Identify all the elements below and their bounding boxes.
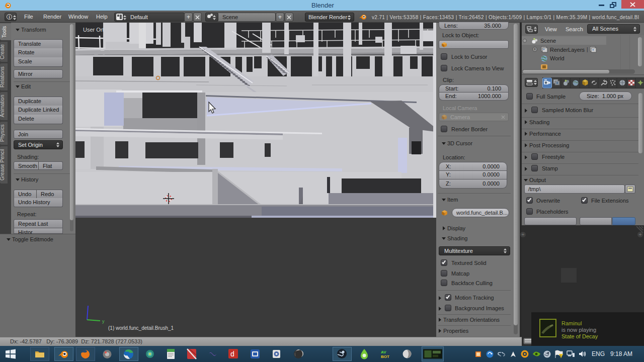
- svg-text:d: d: [230, 350, 234, 358]
- svg-text:y: y: [102, 319, 105, 324]
- svg-text:(1) world.func_detail.Brush_1: (1) world.func_detail.Brush_1: [108, 325, 174, 331]
- svg-text:!: !: [560, 354, 561, 358]
- svg-text:AV: AV: [381, 350, 386, 354]
- svg-text:BOT: BOT: [381, 354, 389, 359]
